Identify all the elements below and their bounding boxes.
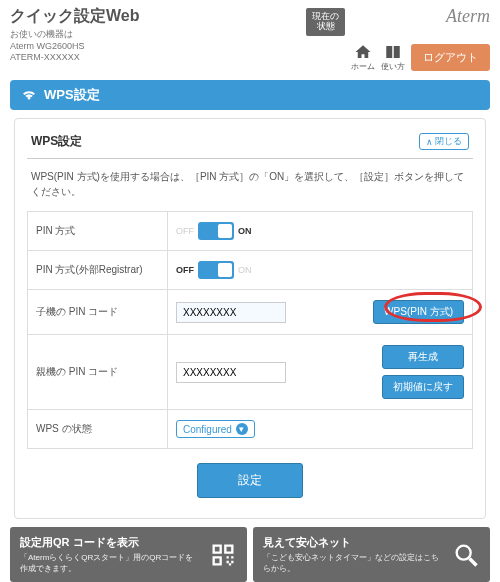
pin-method-toggle[interactable] [198, 222, 234, 240]
wps-pin-button[interactable]: WPS(PIN 方式) [373, 300, 464, 324]
home-nav[interactable]: ホーム [351, 43, 375, 72]
book-icon [383, 43, 403, 61]
wifi-icon [20, 86, 38, 104]
panel-description: WPS(PIN 方式)を使用する場合は、［PIN 方式］の「ON」を選択して、［… [31, 169, 469, 199]
qr-card[interactable]: 設定用QR コードを表示 「AtermらくらくQRスタート」用のQRコードを作成… [10, 527, 247, 582]
panel-title: WPS設定 [31, 133, 419, 150]
safety-net-card[interactable]: 見えて安心ネット 「こども安心ネットタイマー」などの設定はこちらから。 [253, 527, 490, 582]
chevron-up-icon: ∧ [426, 137, 433, 147]
reset-default-button[interactable]: 初期値に戻す [382, 375, 464, 399]
row-label: PIN 方式 [28, 212, 168, 251]
chevron-down-icon: ▾ [236, 423, 248, 435]
row-label: WPS の状態 [28, 410, 168, 449]
row-label: 親機の PIN コード [28, 335, 168, 410]
parent-pin-input [176, 362, 286, 383]
row-label: PIN 方式(外部Registrar) [28, 251, 168, 290]
close-button[interactable]: ∧ 閉じる [419, 133, 469, 150]
settings-table: PIN 方式 OFF ON PIN 方式(外部Registrar) OFF ON… [27, 211, 473, 449]
ext-registrar-toggle[interactable] [198, 261, 234, 279]
wps-status-chip[interactable]: Configured ▾ [176, 420, 255, 438]
qr-icon [209, 541, 237, 569]
page-title: クイック設定Web [10, 6, 306, 27]
magnifier-icon [452, 541, 480, 569]
device-info: お使いの機器は Aterm WG2600HS ATERM-XXXXXX [10, 29, 306, 64]
brand-logo: Aterm [446, 6, 490, 27]
regenerate-button[interactable]: 再生成 [382, 345, 464, 369]
wps-panel: WPS設定 ∧ 閉じる WPS(PIN 方式)を使用する場合は、［PIN 方式］… [14, 118, 486, 519]
submit-button[interactable]: 設定 [197, 463, 303, 498]
guide-nav[interactable]: 使い方 [381, 43, 405, 72]
current-status-badge[interactable]: 現在の 状態 [306, 8, 345, 36]
row-label: 子機の PIN コード [28, 290, 168, 335]
svg-point-0 [457, 545, 471, 559]
home-icon [353, 43, 373, 61]
child-pin-input[interactable] [176, 302, 286, 323]
logout-button[interactable]: ログアウト [411, 44, 490, 71]
section-header: WPS設定 [10, 80, 490, 110]
